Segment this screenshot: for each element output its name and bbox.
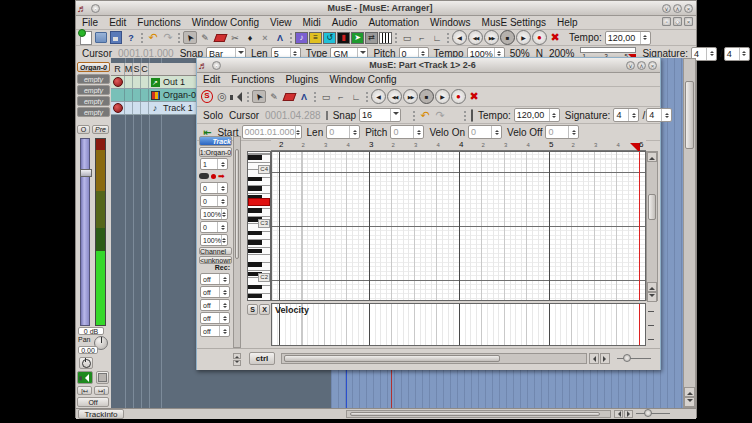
record-arm-icon[interactable]	[113, 103, 123, 113]
redo-icon[interactable]: ↷	[161, 31, 175, 44]
hzoom-knob[interactable]	[644, 409, 652, 417]
mdi-restore-icon[interactable]: ◇	[673, 17, 682, 26]
panel-spinbox[interactable]: 100%	[200, 208, 228, 220]
hzoom-slider[interactable]	[636, 413, 670, 414]
signature-num-spinbox[interactable]: 4	[613, 108, 639, 122]
tempo-spinbox[interactable]: 120,00	[605, 31, 651, 45]
midi-input-icon[interactable]: ◎	[215, 90, 229, 103]
piano-keyboard[interactable]: C4 C3 C2	[247, 151, 271, 301]
off-spinbox[interactable]: off	[200, 299, 230, 311]
mute-cell[interactable]	[125, 102, 133, 114]
show-group-tracks-icon[interactable]: ⇄	[365, 32, 378, 44]
punch-out-icon[interactable]: ∟	[430, 31, 444, 44]
trackinfo-tab[interactable]: TrackInfo	[78, 409, 124, 419]
menu-midi[interactable]: Midi	[302, 17, 320, 28]
empty-part-button[interactable]: empty	[77, 96, 110, 106]
pointer-tool-icon[interactable]: ➤	[252, 90, 266, 103]
empty-part-button[interactable]: empty	[77, 85, 110, 95]
grid-vscrollbar[interactable]	[646, 151, 658, 301]
mdi-minimize-icon[interactable]: ▫	[662, 17, 671, 26]
pianoroll-titlebar[interactable]: ♬ · MusE: Part <Track 1> 2-6 ∨ ∧ ×	[197, 58, 660, 73]
channel-cell[interactable]	[141, 89, 149, 101]
mdi-close-icon[interactable]: ×	[684, 17, 693, 26]
step-record-icon[interactable]: S	[200, 90, 214, 103]
menu-plugins[interactable]: Plugins	[286, 74, 319, 85]
undo-icon[interactable]: ↶	[418, 109, 432, 122]
undo-icon[interactable]: ↶	[146, 31, 160, 44]
off-spinbox[interactable]: off	[200, 273, 230, 285]
velocity-lane[interactable]	[271, 303, 646, 346]
panic-icon[interactable]: ✖	[548, 31, 562, 44]
menu-edit[interactable]: Edit	[109, 17, 126, 28]
controller-s-button[interactable]: S	[247, 304, 258, 315]
eraser-tool-icon[interactable]	[213, 31, 227, 44]
monitor-speaker-button[interactable]	[77, 371, 93, 384]
play-button[interactable]: ▶	[435, 89, 450, 104]
tempo-slider-icon[interactable]	[471, 109, 473, 122]
menu-muse-settings[interactable]: MusE Settings	[482, 17, 546, 28]
panel-spinbox[interactable]: 100%	[200, 234, 228, 246]
hzoom-knob[interactable]	[623, 354, 631, 362]
panel-spinbox[interactable]: 0	[200, 182, 228, 194]
new-icon[interactable]	[79, 31, 93, 44]
arranger-vscrollbar[interactable]	[683, 58, 696, 408]
show-input-tracks-icon[interactable]: ➤	[351, 32, 364, 44]
off-spinbox[interactable]: off	[200, 312, 230, 324]
route-in-button[interactable]: [↤	[77, 386, 92, 395]
off-spinbox[interactable]: off	[200, 286, 230, 298]
menu-file[interactable]: File	[82, 17, 98, 28]
show-drum-tracks-icon[interactable]: ≡	[309, 32, 322, 44]
channel-cell[interactable]	[141, 102, 149, 114]
pointer-tool-icon[interactable]: ➤	[183, 31, 197, 44]
pianoroll-hscrollbar[interactable]	[281, 353, 587, 364]
menu-edit[interactable]: Edit	[203, 74, 220, 85]
instrument-icon[interactable]	[199, 173, 209, 179]
menu-functions[interactable]: Functions	[137, 17, 180, 28]
show-wave-tracks-icon[interactable]: ↺	[323, 32, 336, 44]
solo-cell[interactable]	[133, 76, 141, 88]
punch-in-icon[interactable]: ▭	[400, 31, 414, 44]
show-synth-tracks-icon[interactable]	[379, 32, 392, 44]
loop-icon[interactable]: ⌐	[334, 90, 348, 103]
signature-den-spinbox[interactable]: 4	[724, 47, 750, 61]
play-button[interactable]: ▶	[516, 30, 531, 45]
record-button[interactable]: ●	[451, 89, 466, 104]
part-name-button[interactable]: Organ-0	[77, 62, 110, 72]
pianoroll-ruler[interactable]: 22343234423452346	[271, 139, 646, 151]
forward-button[interactable]: ▶▶	[403, 89, 418, 104]
patch-button[interactable]: 1:Organ-0	[199, 147, 232, 157]
empty-part-button[interactable]: empty	[77, 74, 110, 84]
port-spinbox[interactable]: 1	[200, 158, 228, 170]
line-draw-tool-icon[interactable]: Λ	[297, 90, 311, 103]
mute-cell[interactable]	[125, 89, 133, 101]
hzoom-slider[interactable]	[617, 358, 651, 359]
menu-window-config[interactable]: Window Config	[192, 17, 259, 28]
off-spinbox[interactable]: off	[200, 325, 230, 337]
channel-button[interactable]: Channel	[199, 247, 232, 255]
show-output-tracks-icon[interactable]: ▮	[337, 32, 350, 44]
menu-audio[interactable]: Audio	[332, 17, 358, 28]
goto-start-button[interactable]: ◀	[371, 89, 386, 104]
pencil-tool-icon[interactable]: ✎	[198, 31, 212, 44]
menu-view[interactable]: View	[270, 17, 292, 28]
record-arm-icon[interactable]	[113, 77, 123, 87]
goto-start-button[interactable]: ◀	[452, 30, 467, 45]
note-grid[interactable]	[271, 151, 646, 301]
panel-vscrollbar[interactable]	[233, 136, 241, 348]
aux-button[interactable]	[96, 371, 109, 384]
record-arm-cell[interactable]	[111, 89, 125, 101]
maximize-button[interactable]: ∧	[637, 61, 646, 70]
solo-cell[interactable]	[133, 102, 141, 114]
stop-button[interactable]: ■	[500, 30, 515, 45]
sticky-button[interactable]: ·	[212, 61, 221, 70]
forward-button[interactable]: ▶▶	[484, 30, 499, 45]
o-button[interactable]: O	[77, 125, 90, 134]
minimize-button[interactable]: ∨	[662, 4, 671, 13]
solo-cell[interactable]	[133, 89, 141, 101]
sticky-button[interactable]: ·	[91, 4, 100, 13]
show-midi-tracks-icon[interactable]: ♪	[295, 32, 308, 44]
pre-button[interactable]: Pre	[92, 125, 109, 134]
scrollbar-thumb[interactable]	[685, 81, 694, 149]
route-out-button[interactable]: ↦]	[94, 386, 109, 395]
fader-handle[interactable]	[80, 169, 92, 177]
